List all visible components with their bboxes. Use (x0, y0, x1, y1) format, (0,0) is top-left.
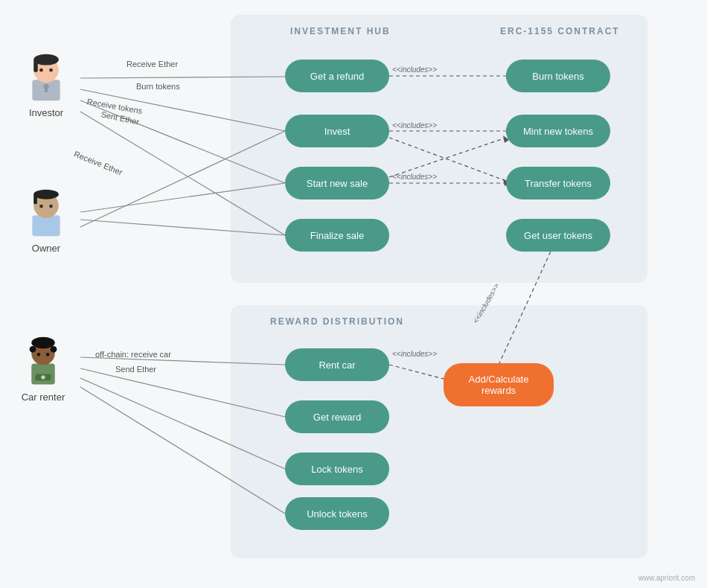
svg-point-30 (49, 68, 53, 72)
investor-actor: Investor (24, 51, 68, 118)
svg-point-43 (51, 346, 57, 353)
owner-actor: Owner (24, 186, 68, 254)
mint-tokens-box: Mint new tokens (506, 115, 610, 147)
svg-rect-32 (45, 88, 48, 92)
off-chain-receive-label: off-chain: receive car (95, 350, 171, 359)
invest-box: Invest (285, 115, 389, 147)
start-new-sale-box: Start new sale (285, 167, 389, 199)
erc-contract-title: ERC-1155 CONTRACT (500, 26, 620, 36)
svg-point-41 (31, 337, 55, 349)
get-user-tokens-box: Get user tokens (506, 219, 610, 252)
includes-label-4: <<includes>> (392, 350, 437, 358)
add-calc-rewards-box: Add/Calculate rewards (444, 363, 554, 406)
investment-hub-title: INVESTMENT HUB (290, 26, 391, 36)
get-refund-box: Get a refund (285, 60, 389, 92)
send-ether-label: Send Ether (115, 365, 156, 374)
receive-ether-2-label: Receive Ether (73, 149, 124, 176)
unlock-tokens-box: Unlock tokens (285, 497, 389, 530)
investor-label: Investor (29, 107, 63, 118)
reward-distribution-title: REWARD DISTRIBUTION (270, 316, 404, 327)
get-reward-box: Get reward (285, 400, 389, 433)
includes-label-2: <<includes>> (392, 121, 437, 130)
rent-car-box: Rent car (285, 348, 389, 381)
svg-point-45 (46, 353, 49, 356)
svg-point-42 (30, 346, 36, 353)
owner-avatar (24, 186, 68, 238)
investor-avatar (24, 51, 68, 103)
receive-ether-1-label: Receive Ether (127, 60, 178, 68)
svg-rect-36 (33, 194, 37, 204)
svg-point-38 (49, 205, 53, 208)
car-renter-label: Car renter (22, 392, 65, 403)
transfer-tokens-box: Transfer tokens (506, 167, 610, 199)
svg-point-47 (41, 375, 45, 379)
svg-point-29 (39, 68, 43, 72)
finalize-sale-box: Finalize sale (285, 219, 389, 252)
owner-label: Owner (32, 243, 60, 254)
diagram-container: INVESTMENT HUB ERC-1155 CONTRACT REWARD … (0, 0, 707, 588)
car-renter-avatar (21, 335, 65, 387)
includes-label-3: <<includes>> (392, 173, 437, 181)
svg-point-35 (33, 190, 59, 199)
lock-tokens-box: Lock tokens (285, 453, 389, 485)
svg-point-37 (39, 205, 43, 208)
svg-rect-33 (32, 215, 60, 236)
car-renter-actor: Car renter (21, 335, 65, 403)
includes-label-1: <<includes>> (392, 65, 437, 74)
svg-rect-28 (33, 60, 38, 72)
burn-tokens-box: Burn tokens (506, 60, 610, 92)
burn-tokens-label: Burn tokens (136, 82, 180, 91)
svg-point-44 (37, 353, 40, 356)
footer-watermark: www.apriorit.com (639, 574, 695, 582)
